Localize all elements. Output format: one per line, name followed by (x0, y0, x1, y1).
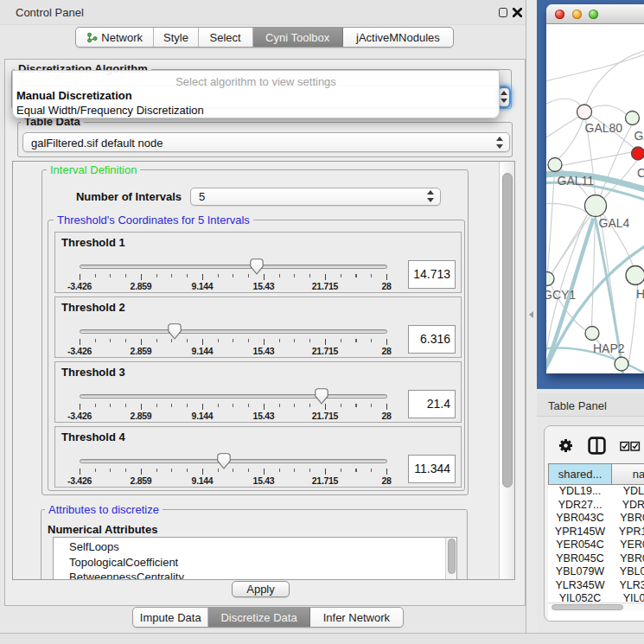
dropdown-option-manual[interactable]: Manual Discretization (16, 89, 132, 102)
number-of-intervals-label: Number of Intervals (56, 190, 182, 203)
table-row[interactable]: YLR345WYLR345W (548, 579, 644, 593)
slider-tick-label: 15.43 (238, 411, 290, 421)
table-row[interactable]: YDR27...YDR27... (548, 499, 644, 513)
threshold-value-field[interactable]: 14.713 (408, 260, 456, 289)
slider-track[interactable] (80, 329, 387, 334)
table-cell-name[interactable]: YBR045C (612, 552, 644, 566)
network-node-gal80[interactable] (577, 105, 591, 119)
threshold-value-field[interactable]: 21.4 (408, 390, 456, 418)
attributes-list-scrollbar[interactable] (445, 538, 456, 580)
network-node-h[interactable] (626, 265, 644, 284)
network-window-titlebar[interactable] (546, 4, 644, 25)
tab-discretize-data[interactable]: Discretize Data (208, 608, 309, 627)
network-node-ga[interactable] (625, 111, 639, 124)
table-horizontal-scrollbar[interactable] (548, 603, 644, 611)
table-data-combobox[interactable]: galFiltered.sif default node (22, 132, 510, 152)
table-cell-shared-name[interactable]: YBL079W (548, 565, 612, 579)
slider-thumb[interactable] (168, 323, 182, 340)
checkbox-icon[interactable] (620, 441, 630, 451)
network-node-hap2[interactable] (585, 326, 599, 340)
network-edge[interactable] (590, 105, 626, 114)
table-cell-name[interactable]: YDL19... (612, 485, 644, 499)
tab-infer-network[interactable]: Infer Network (310, 608, 403, 627)
dropdown-option-equal-width[interactable]: Equal Width/Frequency Discretization (16, 104, 204, 117)
tab-style[interactable]: Style (154, 28, 198, 47)
slider-thumb[interactable] (315, 388, 328, 405)
apply-button[interactable]: Apply (232, 581, 290, 597)
table-row[interactable]: YDL19...YDL19... (548, 485, 644, 499)
table-row[interactable]: YIL052CYIL052C (548, 592, 644, 603)
close-icon[interactable] (513, 8, 522, 17)
table-cell-shared-name[interactable]: YBR045C (548, 552, 612, 566)
network-edge[interactable] (585, 50, 644, 105)
table-row[interactable]: YBR043CYBR043C (548, 512, 644, 526)
table-cell-name[interactable]: YER054C (612, 539, 644, 552)
slider-track[interactable] (80, 394, 387, 399)
list-item[interactable]: SelfLoops (69, 539, 119, 555)
column-header-shared-name[interactable]: shared... (548, 463, 612, 485)
splitter-collapse-icon[interactable] (529, 311, 533, 318)
table-cell-shared-name[interactable]: YPR145W (548, 526, 612, 539)
numerical-attributes-list[interactable]: SelfLoops TopologicalCoefficient Between… (53, 537, 457, 580)
close-traffic-light[interactable] (555, 10, 564, 19)
network-node-label: GAL4 (598, 216, 629, 230)
slider-thumb[interactable] (250, 258, 264, 275)
tab-jactivemnodules[interactable]: jActiveMNodules (343, 28, 453, 47)
minimize-traffic-light[interactable] (572, 10, 582, 19)
table-cell-name[interactable]: YBR043C (612, 512, 644, 526)
tab-impute-data[interactable]: Impute Data (133, 608, 208, 627)
table-cell-name[interactable]: YIL052C (612, 592, 644, 603)
network-edge[interactable] (546, 54, 644, 83)
tab-network[interactable]: Network (76, 28, 154, 47)
settings-scrollbar[interactable] (499, 162, 514, 579)
status-strip (0, 633, 644, 644)
dropdown-prompt-item[interactable]: Select algorithm to view settings (13, 75, 499, 88)
scrollbar-thumb[interactable] (552, 604, 623, 610)
list-item[interactable]: BetweennessCentrality (69, 570, 184, 580)
tab-cyni-toolbox[interactable]: Cyni Toolbox (253, 28, 343, 47)
network-node-gal11[interactable] (548, 157, 562, 171)
table-cell-shared-name[interactable]: YDL19... (548, 485, 612, 499)
threshold-title: Threshold 2 (61, 301, 125, 314)
table-cell-shared-name[interactable]: YLR345W (548, 579, 612, 593)
zoom-traffic-light[interactable] (589, 10, 598, 19)
scrollbar-thumb[interactable] (448, 539, 456, 574)
list-item[interactable]: TopologicalCoefficient (69, 555, 178, 571)
table-cell-shared-name[interactable]: YER054C (548, 539, 612, 552)
network-node-gcy1[interactable] (546, 271, 554, 285)
threshold-coordinates-group-label: Threshold's Coordinates for 5 Intervals (54, 214, 253, 226)
float-window-icon[interactable] (499, 8, 507, 17)
slider-thumb[interactable] (217, 453, 231, 469)
network-edge[interactable] (591, 216, 595, 325)
settings-content: Interval Definition Number of Intervals … (13, 162, 499, 580)
slider-track[interactable] (80, 459, 387, 463)
slider-track[interactable] (80, 265, 387, 269)
table-row[interactable]: YER054CYER054C (548, 539, 644, 552)
table-row[interactable]: YPR145WYPR145W (548, 526, 644, 539)
table-cell-shared-name[interactable]: YDR27... (548, 499, 612, 513)
scrollbar-thumb[interactable] (502, 173, 513, 488)
table-row[interactable]: YBR045CYBR045C (548, 552, 644, 566)
threshold-value-field[interactable]: 11.344 (408, 455, 456, 483)
table-cell-shared-name[interactable]: YIL052C (548, 592, 612, 603)
network-edge[interactable] (558, 119, 583, 158)
network-edge[interactable] (546, 99, 581, 111)
network-edge[interactable] (547, 172, 554, 271)
column-header-name[interactable]: na... (612, 463, 644, 485)
tab-select[interactable]: Select (199, 28, 253, 47)
network-node-gal4[interactable] (584, 194, 606, 216)
table-cell-name[interactable]: YPR145W (612, 526, 644, 539)
split-panel-icon[interactable] (588, 437, 606, 455)
table-cell-name[interactable]: YDR27... (612, 499, 644, 513)
table-cell-name[interactable]: YLR345W (612, 579, 644, 593)
number-of-intervals-combobox[interactable]: 5 (190, 188, 441, 206)
table-row[interactable]: YBL079WYBL079W (548, 565, 644, 579)
table-cell-name[interactable]: YBL079W (612, 565, 644, 579)
network-node-c[interactable] (631, 147, 644, 160)
table-cell-shared-name[interactable]: YBR043C (548, 512, 612, 526)
gear-icon[interactable] (558, 438, 573, 453)
threshold-value-field[interactable]: 6.316 (408, 325, 456, 354)
network-node[interactable] (615, 357, 628, 371)
network-canvas[interactable]: GAL80GACGAL11GAL4GCY1HHAP2 (546, 25, 644, 374)
checkbox-icon[interactable] (630, 441, 641, 451)
